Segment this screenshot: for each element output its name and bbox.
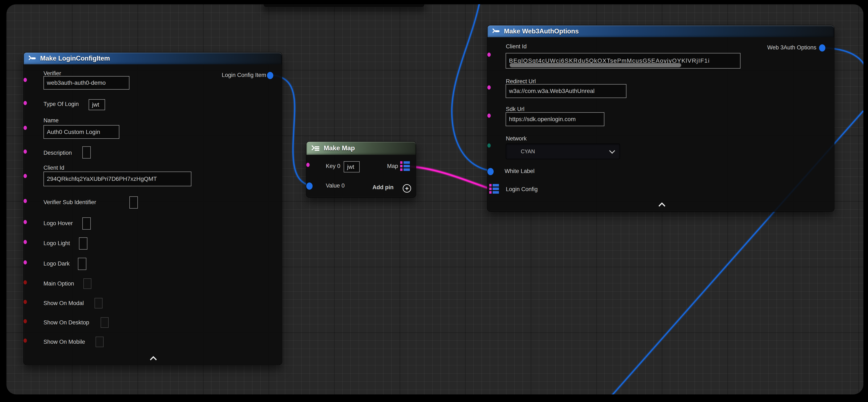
node-title: Make Map [324, 144, 355, 152]
type-of-login-input[interactable]: jwt [89, 99, 105, 110]
offscreen-node-top[interactable] [264, 4, 424, 7]
logo-hover-input[interactable] [82, 218, 91, 230]
main-option-checkbox[interactable] [84, 278, 91, 289]
output-label-login-config-item: Login Config Item [222, 72, 266, 79]
chevron-down-icon [609, 148, 615, 154]
pin-verifier[interactable] [24, 78, 27, 82]
collapse-chevron-icon[interactable] [658, 202, 665, 209]
node-titlebar-make-web3authoptions[interactable]: Make Web3AuthOptions [488, 25, 834, 37]
pin-label-login-config: Login Config [506, 186, 538, 193]
type-of-login-value: jwt [92, 101, 99, 108]
pin-label-verifier: Verifier [43, 70, 61, 77]
pin-logo-light[interactable] [24, 240, 27, 244]
pin-white-label[interactable] [487, 168, 494, 175]
make-struct-icon [28, 55, 37, 62]
pin-label-network: Network [506, 135, 527, 142]
client-id-input[interactable]: 294QRkchfq2YaXUbPri7D6PH7xzHgQMT [43, 172, 191, 186]
blueprint-graph[interactable]: Make LoginConfigItem Verifier web3auth-a… [6, 4, 863, 395]
redirect-url-value: w3a://com.w3a.Web3AuthUnreal [509, 88, 594, 94]
pin-web3auth-options-output[interactable] [819, 45, 825, 52]
pin-label-value-0: Value 0 [326, 182, 345, 189]
window-frame: Make LoginConfigItem Verifier web3auth-a… [0, 0, 868, 402]
pin-label-logo-hover: Logo Hover [43, 220, 73, 227]
node-title: Make Web3AuthOptions [504, 28, 579, 35]
pin-show-on-mobile[interactable] [24, 339, 27, 343]
redirect-url-input[interactable]: w3a://com.w3a.Web3AuthUnreal [506, 84, 626, 98]
pin-label-show-on-mobile: Show On Mobile [43, 339, 85, 345]
node-titlebar-make-map[interactable]: Make Map [307, 142, 416, 155]
sdk-url-value: https://sdk.openlogin.com [509, 116, 576, 122]
verifier-sub-identifier-input[interactable] [129, 196, 138, 208]
key-0-input[interactable]: jwt [344, 161, 360, 172]
node-titlebar-make-loginconfigitem[interactable]: Make LoginConfigItem [24, 53, 282, 64]
pin-client-id[interactable] [487, 53, 491, 57]
pin-label-white-label: White Label [504, 168, 535, 174]
output-label-web3auth-options: Web 3Auth Options [767, 45, 816, 51]
description-input[interactable] [82, 146, 91, 159]
wire-map-to-loginconfig[interactable] [410, 167, 492, 189]
node-title: Make LoginConfigItem [40, 55, 110, 62]
pin-main-option[interactable] [24, 280, 27, 285]
pin-client-id[interactable] [24, 174, 27, 178]
pin-value-0[interactable] [306, 182, 313, 190]
logo-light-input[interactable] [79, 237, 87, 250]
logo-dark-input[interactable] [78, 258, 86, 270]
make-map-icon [311, 145, 320, 152]
pin-map-output[interactable] [400, 161, 410, 171]
name-value: Auth0 Custom Login [47, 129, 100, 135]
pin-logo-hover[interactable] [24, 220, 27, 224]
pin-label-logo-light: Logo Light [43, 240, 70, 247]
client-id-scrollbar[interactable] [509, 63, 681, 67]
pin-label-verifier-sub-identifier: Verifier Sub Identifier [43, 199, 96, 206]
pin-label-name: Name [43, 117, 59, 124]
pin-label-show-on-modal: Show On Modal [43, 300, 84, 307]
pin-label-show-on-desktop: Show On Desktop [43, 319, 89, 326]
pin-login-config-item-output[interactable] [267, 72, 273, 79]
show-on-modal-checkbox[interactable] [95, 298, 102, 309]
client-id-value: 294QRkchfq2YaXUbPri7D6PH7xzHgQMT [47, 176, 157, 182]
pin-label-main-option: Main Option [43, 281, 74, 287]
pin-label-type-of-login: Type Of Login [43, 101, 79, 108]
verifier-value: web3auth-auth0-demo [47, 80, 106, 86]
pin-name[interactable] [24, 126, 27, 130]
pin-show-on-desktop[interactable] [24, 319, 27, 323]
key-0-value: jwt [347, 164, 354, 170]
pin-label-client-id: Client Id [506, 43, 527, 50]
node-make-loginconfigitem[interactable]: Make LoginConfigItem Verifier web3auth-a… [23, 52, 282, 365]
make-struct-icon [492, 28, 501, 34]
pin-network[interactable] [487, 143, 491, 148]
pin-verifier-sub-identifier[interactable] [24, 199, 27, 203]
pin-label-redirect-url: Redirect Url [506, 78, 536, 85]
pin-type-of-login[interactable] [24, 101, 27, 105]
pin-label-logo-dark: Logo Dark [43, 260, 70, 267]
pin-key-0[interactable] [306, 163, 310, 167]
show-on-desktop-checkbox[interactable] [101, 317, 108, 328]
name-input[interactable]: Auth0 Custom Login [43, 125, 119, 139]
node-make-web3authoptions[interactable]: Make Web3AuthOptions Client Id BEglQSgt4… [487, 25, 834, 212]
show-on-mobile-checkbox[interactable] [96, 337, 103, 347]
pin-description[interactable] [24, 149, 27, 154]
pin-sdk-url[interactable] [487, 114, 491, 118]
collapse-chevron-icon[interactable] [150, 356, 157, 363]
pin-logo-dark[interactable] [24, 260, 27, 264]
pin-label-sdk-url: Sdk Url [506, 106, 525, 113]
add-pin-label[interactable]: Add pin [372, 184, 394, 191]
verifier-input[interactable]: web3auth-auth0-demo [43, 76, 129, 90]
pin-show-on-modal[interactable] [24, 300, 27, 304]
pin-label-key-0: Key 0 [326, 163, 340, 169]
network-dropdown[interactable]: CYAN [506, 143, 620, 160]
sdk-url-input[interactable]: https://sdk.openlogin.com [506, 112, 604, 126]
pin-label-description: Description [43, 150, 72, 156]
network-selected-value: CYAN [506, 148, 535, 154]
pin-label-client-id: Client Id [43, 165, 64, 171]
pin-login-config[interactable] [489, 184, 499, 194]
output-label-map: Map [387, 163, 398, 169]
add-pin-icon[interactable]: + [403, 184, 411, 193]
pin-redirect-url[interactable] [487, 85, 491, 90]
node-make-map[interactable]: Make Map Key 0 jwt Map Value 0 Add pin + [306, 141, 416, 198]
